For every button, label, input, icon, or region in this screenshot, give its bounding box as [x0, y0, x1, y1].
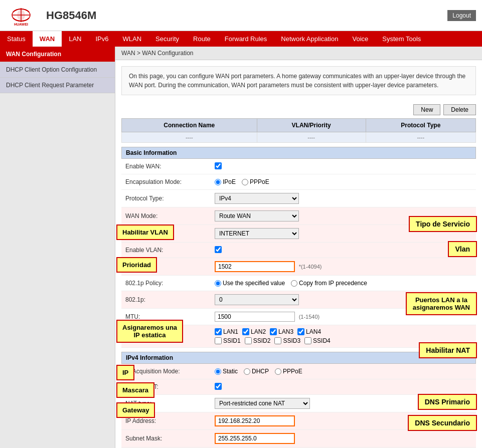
annotation-habilitar-nat: Habilitar NAT — [419, 342, 477, 358]
enable-vlan-row: Enable VLAN: — [121, 243, 476, 258]
annotation-habilitar-vlan: Habilitar VLAN — [116, 225, 174, 240]
lan1-label[interactable]: LAN1 — [215, 328, 238, 335]
nav-voice[interactable]: Voice — [345, 31, 375, 47]
annotation-dns-secundario: DNS Secundario — [408, 415, 477, 431]
nav-wlan[interactable]: WLAN — [116, 31, 149, 47]
subnet-mask-input[interactable] — [215, 433, 295, 444]
service-type-select[interactable]: INTERNET TR069 VOIP OTHER — [215, 228, 299, 239]
protocol-type-row: Protocol Type: IPv4 IPv6 IPv4/IPv6 — [121, 190, 476, 207]
lan3-label[interactable]: LAN3 — [270, 328, 293, 335]
lan2-checkbox[interactable] — [242, 328, 249, 335]
ip-acq-row: IP Acquisition Mode: Static DHCP PPPoE — [121, 364, 476, 379]
col-connection-name: Connection Name — [122, 119, 257, 132]
lan2-label[interactable]: LAN2 — [242, 328, 266, 335]
encap-mode-label: Encapsulation Mode: — [121, 176, 212, 187]
nav-forward-rules[interactable]: Forward Rules — [218, 31, 274, 47]
ipoe-radio[interactable] — [215, 179, 221, 185]
copy-ip-radio[interactable] — [291, 280, 297, 287]
lan4-label[interactable]: LAN4 — [297, 328, 321, 335]
sidebar: WAN Configuration DHCP Client Option Con… — [0, 47, 115, 448]
subnet-mask-row: Subnet Mask: — [121, 430, 476, 447]
basic-info-title: Basic Information — [121, 147, 476, 159]
nav-wan[interactable]: WAN — [33, 31, 62, 47]
nav-system-tools[interactable]: System Tools — [375, 31, 428, 47]
nav-network-app[interactable]: Network Application — [274, 31, 345, 47]
nav-ipv6[interactable]: IPv6 — [89, 31, 116, 47]
dot1p-label: 802.1p: — [121, 294, 212, 305]
huawei-logo: HUAWEI — [6, 4, 36, 27]
policy-label: 802.1p Policy: — [121, 278, 212, 289]
annotation-ip: IP — [116, 365, 134, 380]
info-box: On this page, you can configure WAN port… — [121, 66, 476, 95]
brand-name: HG8546M — [46, 9, 96, 22]
dhcp-radio[interactable] — [244, 368, 250, 375]
basic-info-section: Basic Information Enable WAN: Encapsulat… — [121, 147, 476, 348]
header: HUAWEI HG8546M Logout — [0, 0, 482, 31]
enable-nat-checkbox[interactable] — [215, 383, 222, 390]
pppoe2-label[interactable]: PPPoE — [275, 368, 302, 375]
nat-type-select[interactable]: Port-restricted cone NAT Full cone NAT A… — [215, 398, 310, 409]
cell-vlan: ---- — [257, 132, 366, 143]
delete-button[interactable]: Delete — [443, 104, 476, 115]
ssid3-label[interactable]: SSID3 — [274, 337, 300, 344]
copy-ip-label[interactable]: Copy from IP precedence — [291, 280, 367, 287]
vlan-id-hint: *(1-4094) — [299, 264, 322, 270]
annotation-asignar-ip: Asignaremos una IP estatica — [116, 320, 183, 343]
wan-mode-label: WAN Mode: — [121, 210, 212, 221]
ssid4-checkbox[interactable] — [304, 337, 311, 344]
ipoe-label[interactable]: IPoE — [215, 178, 236, 185]
static-radio[interactable] — [215, 368, 221, 375]
nav-security[interactable]: Security — [148, 31, 186, 47]
annotation-prioridad: Prioridad — [116, 257, 157, 273]
lan-ports-group: LAN1 LAN2 LAN3 LAN4 — [215, 328, 473, 335]
ip-acq-label: IP Acquisition Mode: — [121, 366, 212, 377]
specified-radio[interactable] — [215, 280, 221, 287]
sidebar-item-dhcp-request[interactable]: DHCP Client Request Parameter — [0, 78, 115, 93]
lan4-checkbox[interactable] — [297, 328, 304, 335]
dhcp-label[interactable]: DHCP — [244, 368, 269, 375]
sidebar-item-dhcp-option[interactable]: DHCP Client Option Configuration — [0, 62, 115, 78]
logout-button[interactable]: Logout — [447, 10, 476, 21]
col-protocol-type: Protocol Type — [366, 119, 475, 132]
enable-wan-checkbox[interactable] — [215, 162, 222, 169]
nav-lan[interactable]: LAN — [62, 31, 88, 47]
pppoe-label[interactable]: PPPoE — [242, 178, 269, 185]
lan1-checkbox[interactable] — [215, 328, 222, 335]
lan3-checkbox[interactable] — [270, 328, 277, 335]
subnet-mask-label: Subnet Mask: — [121, 433, 212, 444]
annotation-gateway: Gateway — [116, 402, 155, 418]
enable-wan-label: Enable WAN: — [121, 161, 212, 172]
enable-nat-control — [212, 382, 476, 392]
ssid1-checkbox[interactable] — [215, 337, 222, 344]
col-vlan-priority: VLAN/Priority — [257, 119, 366, 132]
ip-address-input[interactable] — [215, 415, 295, 426]
protocol-type-select[interactable]: IPv4 IPv6 IPv4/IPv6 — [215, 193, 299, 204]
encap-mode-control: IPoE PPPoE — [212, 177, 476, 186]
specified-value-label[interactable]: Use the specified value — [215, 280, 285, 287]
pppoe-radio[interactable] — [242, 179, 248, 185]
nav-status[interactable]: Status — [0, 31, 33, 47]
content-wrapper: WAN > WAN Configuration On this page, yo… — [115, 47, 482, 448]
ssid1-label[interactable]: SSID1 — [215, 337, 241, 344]
breadcrumb: WAN > WAN Configuration — [115, 47, 482, 60]
ssid4-label[interactable]: SSID4 — [304, 337, 331, 344]
enable-wan-row: Enable WAN: — [121, 159, 476, 174]
mtu-input[interactable] — [215, 312, 295, 322]
dot1p-select[interactable]: 0123 4567 — [215, 294, 299, 305]
main-layout: WAN Configuration DHCP Client Option Con… — [0, 47, 482, 448]
wan-mode-select[interactable]: Route WAN Bridge WAN — [215, 210, 299, 221]
ssid2-checkbox[interactable] — [245, 337, 252, 344]
annotation-vlan: Vlan — [448, 241, 477, 257]
pppoe2-radio[interactable] — [275, 368, 281, 375]
policy-control: Use the specified value Copy from IP pre… — [212, 279, 476, 288]
ssid2-label[interactable]: SSID2 — [245, 337, 271, 344]
ip-acq-control: Static DHCP PPPoE — [212, 367, 476, 376]
nav-route[interactable]: Route — [186, 31, 218, 47]
new-button[interactable]: New — [413, 104, 440, 115]
enable-vlan-checkbox[interactable] — [215, 246, 222, 253]
ssid3-checkbox[interactable] — [274, 337, 281, 344]
vlan-id-input[interactable] — [215, 261, 295, 272]
sidebar-item-wan-config[interactable]: WAN Configuration — [0, 47, 115, 62]
vlan-id-control: *(1-4094) — [212, 260, 476, 273]
static-label[interactable]: Static — [215, 368, 238, 375]
